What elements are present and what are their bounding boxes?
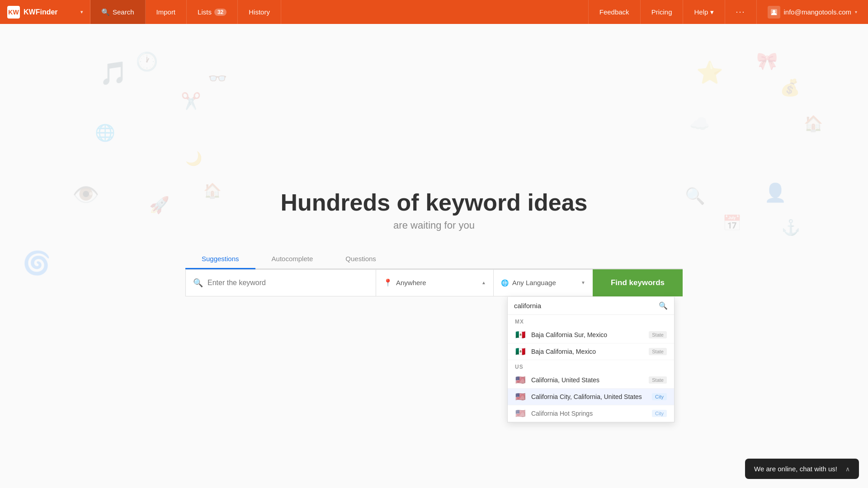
more-dots-icon: ··· (736, 7, 745, 17)
location-dropdown[interactable]: 📍 Anywhere ▲ 🔍 MX 🇲🇽 Baja California Sur… (376, 269, 493, 296)
location-item-california-city[interactable]: 🇺🇸 California City, California, United S… (508, 389, 674, 405)
section-us: US (508, 360, 674, 372)
nav-import[interactable]: Import (146, 0, 187, 24)
navbar: KW KWFinder ▾ 🔍 Search Import Lists 32 H… (0, 0, 868, 24)
state-tag: State (649, 376, 667, 384)
popup-search-icon: 🔍 (659, 301, 668, 310)
nav-help[interactable]: Help ▾ (683, 0, 724, 24)
tab-autocomplete[interactable]: Autocomplete (255, 249, 330, 269)
tab-questions[interactable]: Questions (329, 249, 392, 269)
popup-search-row: 🔍 (508, 297, 674, 315)
chat-close-icon[interactable]: ∧ (845, 465, 850, 473)
location-item-california[interactable]: 🇺🇸 California, United States State (508, 372, 674, 389)
state-tag: State (649, 348, 667, 355)
us-flag-icon-3: 🇺🇸 (515, 410, 526, 417)
user-avatar-icon (768, 6, 780, 19)
search-nav-icon: 🔍 (101, 8, 110, 16)
location-item-california-hot-springs[interactable]: 🇺🇸 California Hot Springs City (508, 405, 674, 422)
lists-badge: 32 (214, 9, 226, 16)
language-value: Any Language (512, 279, 577, 286)
hero-title: Hundreds of keyword ideas (280, 189, 587, 216)
location-name: Baja California Sur, Mexico (531, 331, 643, 338)
nav-user[interactable]: info@mangotools.com ▾ (756, 0, 868, 24)
location-item-baja-sur[interactable]: 🇲🇽 Baja California Sur, Mexico State (508, 327, 674, 343)
chat-widget[interactable]: We are online, chat with us! ∧ (745, 459, 859, 479)
nav-more[interactable]: ··· (725, 0, 756, 24)
user-chevron-icon: ▾ (855, 9, 857, 14)
find-keywords-button[interactable]: Find keywords (593, 269, 683, 296)
location-name: California Hot Springs (531, 410, 646, 417)
location-chevron-icon: ▲ (481, 280, 486, 285)
state-tag: State (649, 331, 667, 338)
brand-chevron-icon: ▾ (80, 9, 83, 14)
location-item-baja[interactable]: 🇲🇽 Baja California, Mexico State (508, 343, 674, 360)
location-value: Anywhere (396, 279, 478, 286)
mx-flag-icon: 🇲🇽 (515, 331, 526, 338)
nav-right: Feedback Pricing Help ▾ ··· info@mangoto… (588, 0, 868, 24)
section-mx: MX (508, 315, 674, 327)
city-tag-2: City (652, 410, 667, 417)
svg-point-1 (773, 10, 775, 13)
kw-logo-icon: KW (7, 6, 20, 19)
main-content: 🎵 🕐 ✂️ 👓 🌐 🌙 👁️ 🚀 🏠 ⭐ 🎀 💰 🏠 ☁️ 👤 🔍 📅 ⚓ 🌀… (0, 24, 868, 488)
center-content: Hundreds of keyword ideas are waiting fo… (163, 189, 705, 296)
nav-items: 🔍 Search Import Lists 32 History (90, 0, 281, 24)
nav-search[interactable]: 🔍 Search (90, 0, 146, 24)
nav-lists[interactable]: Lists 32 (187, 0, 238, 24)
nav-feedback[interactable]: Feedback (588, 0, 640, 24)
location-popup: 🔍 MX 🇲🇽 Baja California Sur, Mexico Stat… (507, 297, 675, 422)
location-name: California City, California, United Stat… (531, 393, 646, 400)
location-search-input[interactable] (514, 302, 655, 310)
chat-message: We are online, chat with us! (754, 465, 837, 473)
tab-suggestions[interactable]: Suggestions (185, 249, 255, 269)
language-chevron-icon: ▼ (581, 280, 585, 285)
nav-history[interactable]: History (238, 0, 281, 24)
us-flag-icon: 🇺🇸 (515, 376, 526, 384)
hero-subtitle: are waiting for you (393, 220, 475, 231)
location-name: Baja California, Mexico (531, 348, 643, 355)
keyword-input-wrapper: 🔍 (185, 269, 376, 296)
language-icon: 🌐 (501, 279, 509, 286)
mx-flag-icon-2: 🇲🇽 (515, 348, 526, 355)
keyword-search-icon: 🔍 (193, 278, 203, 288)
location-pin-icon: 📍 (383, 278, 392, 287)
nav-pricing[interactable]: Pricing (640, 0, 683, 24)
search-row: 🔍 📍 Anywhere ▲ 🔍 MX 🇲🇽 (185, 269, 683, 296)
search-tabs: Suggestions Autocomplete Questions (185, 249, 683, 269)
location-name: California, United States (531, 376, 643, 384)
city-tag: City (652, 393, 667, 400)
user-email: info@mangotools.com (784, 8, 851, 16)
brand-logo[interactable]: KW KWFinder ▾ (0, 0, 90, 24)
brand-name: KWFinder (24, 8, 58, 16)
us-flag-icon-2: 🇺🇸 (515, 393, 526, 400)
keyword-input[interactable] (208, 279, 368, 287)
language-dropdown[interactable]: 🌐 Any Language ▼ (493, 269, 593, 296)
